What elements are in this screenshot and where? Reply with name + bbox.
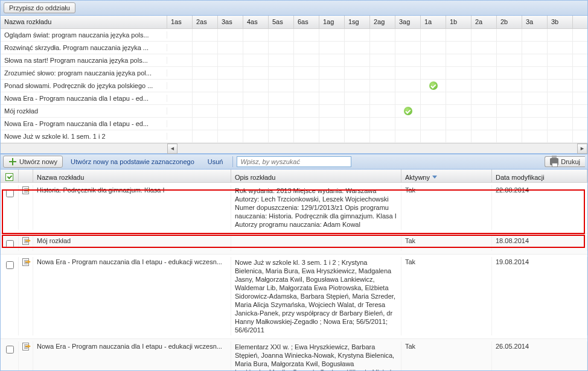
col-header-class[interactable]: 1b [446, 16, 471, 28]
class-cell[interactable] [497, 80, 522, 92]
class-cell[interactable] [370, 130, 395, 143]
create-new-button[interactable]: Utwórz nowy [3, 156, 63, 168]
class-cell[interactable] [218, 54, 243, 67]
create-from-selected-button[interactable]: Utwórz nowy na podstawie zaznaczonego [65, 156, 200, 167]
class-cell[interactable] [218, 29, 243, 42]
class-cell[interactable] [370, 105, 395, 118]
col-header-class[interactable]: 1sg [345, 16, 370, 28]
class-cell[interactable] [395, 54, 421, 67]
class-cell[interactable] [548, 118, 573, 130]
class-cell[interactable] [193, 67, 218, 80]
class-cell[interactable] [345, 54, 370, 67]
class-cell[interactable] [243, 105, 269, 118]
class-cell[interactable] [548, 130, 573, 143]
assign-to-dept-button[interactable]: Przypisz do oddziału [4, 2, 75, 13]
class-cell[interactable] [497, 29, 522, 42]
col-header-name[interactable]: Nazwa rozkładu [1, 16, 167, 28]
class-cell[interactable] [522, 54, 548, 67]
class-cell[interactable] [522, 80, 548, 92]
row-checkbox[interactable] [6, 261, 14, 269]
assignment-row[interactable]: Rozwinąć skrzydła. Program nauczania jęz… [1, 42, 587, 54]
class-cell[interactable] [471, 67, 497, 80]
class-cell[interactable] [294, 130, 319, 143]
class-cell[interactable] [294, 67, 319, 80]
class-cell[interactable] [345, 92, 370, 105]
class-cell[interactable] [269, 67, 294, 80]
class-cell[interactable] [269, 42, 294, 54]
col-header-checkbox[interactable] [1, 170, 19, 182]
class-cell[interactable] [269, 54, 294, 67]
col-header-class[interactable]: 3b [548, 16, 573, 28]
class-cell[interactable] [319, 118, 345, 130]
assignment-row[interactable]: Nowa Era - Program nauczania dla I etapu… [1, 92, 587, 105]
class-cell[interactable] [243, 130, 269, 143]
assignment-row[interactable]: Nowa Era - Program nauczania dla I etapu… [1, 118, 587, 130]
delete-button[interactable]: Usuń [202, 156, 229, 167]
class-cell[interactable] [294, 54, 319, 67]
class-cell[interactable] [548, 92, 573, 105]
class-cell[interactable] [193, 92, 218, 105]
col-header-plan-name[interactable]: Nazwa rozkładu [33, 170, 231, 182]
col-header-class[interactable]: 3ag [395, 16, 421, 28]
class-cell[interactable] [446, 92, 471, 105]
class-cell[interactable] [497, 54, 522, 67]
class-cell[interactable] [345, 67, 370, 80]
class-cell[interactable] [395, 29, 421, 42]
class-cell[interactable] [243, 92, 269, 105]
class-cell[interactable] [421, 29, 446, 42]
class-cell[interactable] [193, 54, 218, 67]
col-header-class[interactable]: 2as [193, 16, 218, 28]
class-cell[interactable] [548, 80, 573, 92]
scroll-right-button[interactable]: ► [577, 144, 587, 154]
assignment-row[interactable]: Nowe Już w szkole kl. 1 sem. 1 i 2 [1, 130, 587, 143]
col-header-class[interactable]: 1a [421, 16, 446, 28]
table-row[interactable]: Mój rozkładTak18.08.2014 [1, 233, 587, 255]
class-cell[interactable] [193, 105, 218, 118]
class-cell[interactable] [269, 130, 294, 143]
class-cell[interactable] [294, 42, 319, 54]
row-checkbox[interactable] [6, 240, 14, 248]
class-cell[interactable] [446, 29, 471, 42]
class-cell[interactable] [193, 118, 218, 130]
class-cell[interactable] [497, 92, 522, 105]
class-cell[interactable] [421, 92, 446, 105]
print-button[interactable]: Drukuj [545, 156, 585, 167]
class-cell[interactable] [446, 105, 471, 118]
class-cell[interactable] [471, 92, 497, 105]
class-cell[interactable] [522, 67, 548, 80]
class-cell[interactable] [319, 80, 345, 92]
class-cell[interactable] [345, 118, 370, 130]
class-cell[interactable] [319, 67, 345, 80]
class-cell[interactable] [421, 54, 446, 67]
class-cell[interactable] [218, 118, 243, 130]
class-cell[interactable] [522, 118, 548, 130]
class-cell[interactable] [446, 118, 471, 130]
col-header-class[interactable]: 2b [497, 16, 522, 28]
class-cell[interactable] [548, 67, 573, 80]
class-cell[interactable] [395, 67, 421, 80]
row-checkbox[interactable] [6, 346, 14, 354]
class-cell[interactable] [269, 92, 294, 105]
class-cell[interactable] [497, 67, 522, 80]
col-header-class[interactable]: 6as [294, 16, 319, 28]
class-cell[interactable] [471, 54, 497, 67]
col-header-class[interactable]: 5as [269, 16, 294, 28]
class-cell[interactable] [269, 118, 294, 130]
class-cell[interactable] [421, 105, 446, 118]
class-cell[interactable] [522, 105, 548, 118]
class-cell[interactable] [243, 42, 269, 54]
class-cell[interactable] [370, 67, 395, 80]
class-cell[interactable] [446, 130, 471, 143]
class-cell[interactable] [446, 54, 471, 67]
class-cell[interactable] [370, 29, 395, 42]
class-cell[interactable] [370, 54, 395, 67]
class-cell[interactable] [269, 105, 294, 118]
class-cell[interactable] [167, 105, 193, 118]
class-cell[interactable] [345, 105, 370, 118]
class-cell[interactable] [395, 130, 421, 143]
class-cell[interactable] [548, 105, 573, 118]
class-cell[interactable] [446, 67, 471, 80]
class-cell[interactable] [319, 130, 345, 143]
class-cell[interactable] [193, 29, 218, 42]
class-cell[interactable] [218, 92, 243, 105]
